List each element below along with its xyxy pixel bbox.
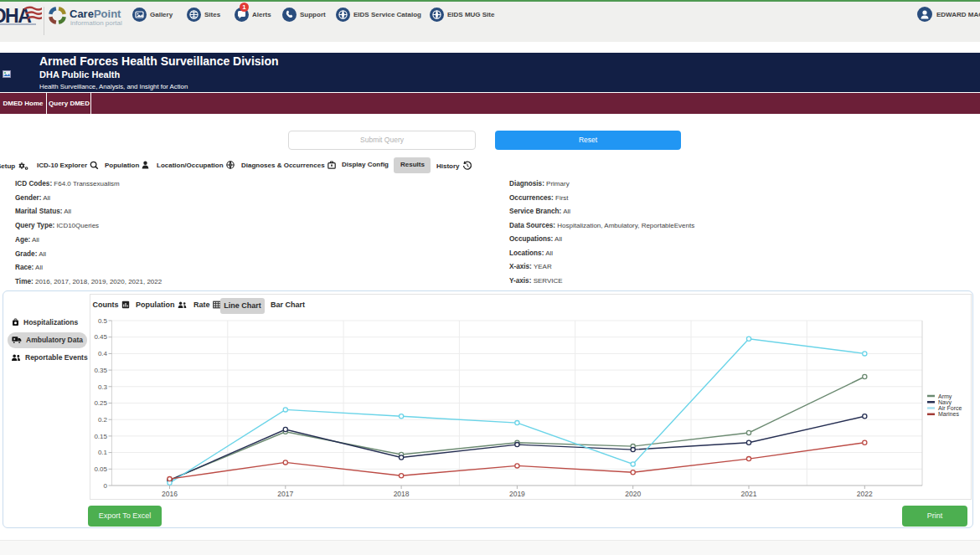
- svg-text:2021: 2021: [741, 490, 757, 498]
- svg-text:0.35: 0.35: [94, 367, 107, 374]
- svg-text:0.25: 0.25: [94, 399, 107, 407]
- svg-text:0.4: 0.4: [98, 350, 108, 357]
- svg-text:2019: 2019: [509, 490, 525, 498]
- svg-text:2016: 2016: [162, 490, 178, 498]
- svg-text:0.2: 0.2: [98, 416, 108, 424]
- svg-text:0.05: 0.05: [94, 465, 107, 473]
- svg-text:0.45: 0.45: [94, 333, 107, 341]
- svg-text:0.15: 0.15: [94, 433, 107, 440]
- svg-text:2022: 2022: [857, 490, 873, 498]
- svg-text:0.1: 0.1: [98, 449, 108, 456]
- svg-text:0: 0: [104, 482, 108, 490]
- svg-text:2017: 2017: [277, 490, 293, 498]
- svg-text:Marines: Marines: [938, 411, 959, 417]
- svg-text:2018: 2018: [394, 490, 410, 498]
- svg-text:2020: 2020: [625, 490, 641, 498]
- svg-text:0.5: 0.5: [98, 317, 108, 325]
- svg-text:Air Force: Air Force: [938, 405, 962, 411]
- svg-text:0.3: 0.3: [98, 383, 108, 391]
